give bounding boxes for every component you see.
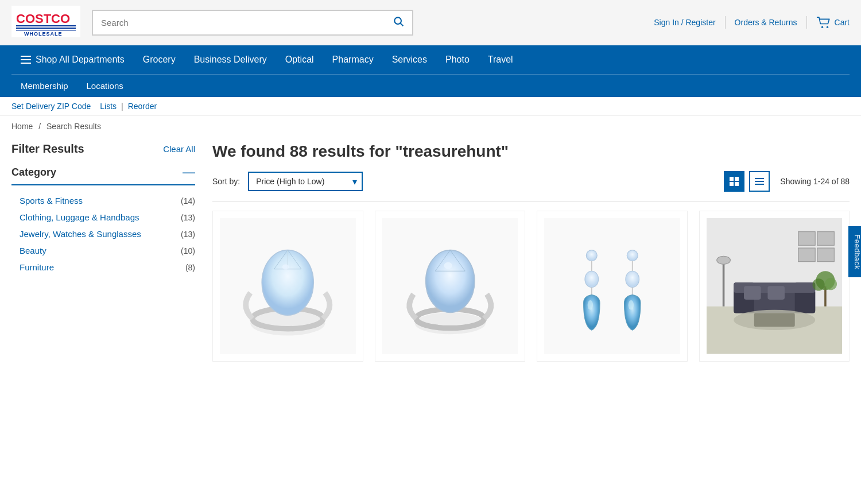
category-item[interactable]: Clothing, Luggage & Handbags (13) <box>11 209 195 226</box>
nav-membership[interactable]: Membership <box>11 75 77 97</box>
sort-select-wrapper: Price (High to Low) Price (Low to High) … <box>248 172 363 191</box>
svg-point-32 <box>586 250 597 261</box>
feedback-tab[interactable]: Feedback <box>848 226 861 277</box>
nav-services[interactable]: Services <box>383 45 436 74</box>
category-item-count: (14) <box>181 196 195 206</box>
svg-point-24 <box>282 264 289 269</box>
product-grid <box>212 211 850 362</box>
svg-point-31 <box>444 262 452 269</box>
svg-rect-14 <box>755 178 764 179</box>
product-image-furniture <box>707 218 843 354</box>
product-card[interactable] <box>212 211 363 362</box>
results-query: "treasurehunt" <box>395 142 509 160</box>
grid-view-button[interactable] <box>724 171 744 192</box>
sort-select[interactable]: Price (High to Low) Price (Low to High) … <box>248 172 363 191</box>
nav-primary: Shop All Departments Grocery Business De… <box>11 45 850 74</box>
category-item[interactable]: Sports & Fitness (14) <box>11 192 195 209</box>
category-label: Category <box>11 166 56 179</box>
svg-point-62 <box>824 278 836 290</box>
svg-rect-15 <box>755 181 764 182</box>
breadcrumb-current: Search Results <box>46 122 101 131</box>
nav-locations[interactable]: Locations <box>77 75 133 97</box>
svg-rect-12 <box>730 182 734 186</box>
nav-business-delivery[interactable]: Business Delivery <box>185 45 276 74</box>
svg-rect-10 <box>730 177 734 181</box>
category-item-name[interactable]: Sports & Fitness <box>20 196 83 206</box>
nav-grocery[interactable]: Grocery <box>134 45 185 74</box>
list-view-button[interactable] <box>749 171 770 192</box>
list-icon <box>754 176 765 187</box>
sort-label: Sort by: <box>212 177 240 186</box>
svg-rect-45 <box>798 232 815 246</box>
svg-point-39 <box>626 271 639 287</box>
view-icons: Showing 1-24 of 88 <box>724 171 850 192</box>
search-icon <box>393 15 404 27</box>
search-input[interactable] <box>93 11 385 34</box>
filter-title: Filter Results <box>11 142 84 156</box>
nav-optical[interactable]: Optical <box>276 45 323 74</box>
category-item-name[interactable]: Furniture <box>20 262 54 272</box>
svg-line-7 <box>401 23 404 26</box>
search-bar <box>92 10 413 36</box>
category-item[interactable]: Beauty (10) <box>11 242 195 259</box>
header-actions: Sign In / Register Orders & Returns Cart <box>645 16 850 29</box>
hamburger-icon <box>21 56 31 64</box>
filter-header: Filter Results Clear All <box>11 142 195 156</box>
category-item[interactable]: Jewelry, Watches & Sunglasses (13) <box>11 226 195 242</box>
svg-point-37 <box>627 250 638 261</box>
main-layout: Filter Results Clear All Category — Spor… <box>0 137 861 362</box>
nav-photo[interactable]: Photo <box>436 45 479 74</box>
nav-shop-all-label: Shop All Departments <box>36 55 125 65</box>
clear-all-button[interactable]: Clear All <box>163 144 195 154</box>
sign-in-link[interactable]: Sign In / Register <box>645 18 724 27</box>
content-area: We found 88 results for "treasurehunt" S… <box>212 137 850 362</box>
category-list: Sports & Fitness (14) Clothing, Luggage … <box>11 192 195 276</box>
category-header: Category — <box>11 165 195 185</box>
logo-area[interactable]: COSTCO WHOLESALE <box>11 6 80 39</box>
category-item-count: (13) <box>181 213 195 222</box>
site-header: COSTCO WHOLESALE Sign In / Register Orde… <box>0 0 861 45</box>
svg-point-6 <box>394 17 401 24</box>
sort-bar: Sort by: Price (High to Low) Price (Low … <box>212 171 850 201</box>
product-image-ring1 <box>220 218 356 354</box>
product-image <box>544 218 680 354</box>
search-button[interactable] <box>385 11 412 34</box>
reorder-link[interactable]: Reorder <box>128 102 157 111</box>
product-image <box>220 218 356 354</box>
results-heading: We found 88 results for "treasurehunt" <box>212 142 850 161</box>
product-image-ring2 <box>382 218 518 354</box>
breadcrumb: Home / Search Results <box>0 116 861 137</box>
product-card[interactable] <box>375 211 526 362</box>
nav-secondary: Membership Locations <box>11 74 850 97</box>
product-image <box>707 218 843 354</box>
svg-rect-55 <box>744 286 761 300</box>
category-item-count: (8) <box>185 263 195 272</box>
cart-area[interactable]: Cart <box>807 16 850 29</box>
svg-text:COSTCO: COSTCO <box>16 11 70 26</box>
product-card[interactable] <box>537 211 688 362</box>
category-item-name[interactable]: Beauty <box>20 246 46 255</box>
svg-point-34 <box>585 271 599 287</box>
product-image-earrings <box>544 218 680 354</box>
svg-rect-48 <box>817 248 834 262</box>
lists-link[interactable]: Lists <box>100 102 117 111</box>
category-item[interactable]: Furniture (8) <box>11 259 195 276</box>
showing-text: Showing 1-24 of 88 <box>780 177 850 186</box>
category-item-name[interactable]: Jewelry, Watches & Sunglasses <box>20 229 141 239</box>
category-section: Category — Sports & Fitness (14) Clothin… <box>11 165 195 276</box>
svg-point-36 <box>588 300 593 310</box>
svg-rect-16 <box>755 184 764 185</box>
category-collapse-icon[interactable]: — <box>183 165 195 180</box>
delivery-zip-link[interactable]: Set Delivery ZIP Code <box>11 102 91 111</box>
product-card[interactable] <box>699 211 850 362</box>
orders-link[interactable]: Orders & Returns <box>726 18 806 27</box>
nav-pharmacy[interactable]: Pharmacy <box>323 45 383 74</box>
category-item-name[interactable]: Clothing, Luggage & Handbags <box>20 212 139 222</box>
breadcrumb-home[interactable]: Home <box>11 122 33 131</box>
nav-shop-all[interactable]: Shop All Departments <box>11 45 134 74</box>
nav-bar: Shop All Departments Grocery Business De… <box>0 45 861 97</box>
nav-travel[interactable]: Travel <box>479 45 522 74</box>
results-heading-pre: We found 88 results for <box>212 142 395 160</box>
svg-point-41 <box>629 300 634 310</box>
costco-logo: COSTCO WHOLESALE <box>11 6 80 37</box>
